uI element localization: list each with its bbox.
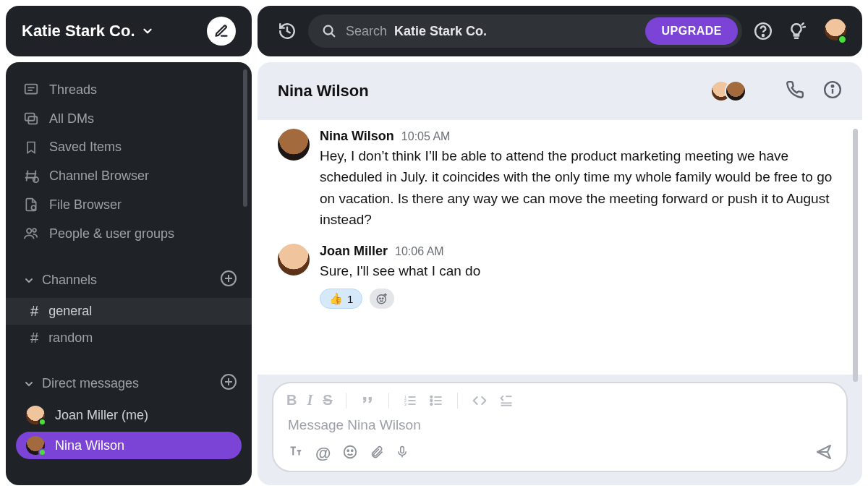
- message-text: Sure, I'll see what I can do: [320, 260, 842, 281]
- chevron-down-icon: [141, 25, 154, 38]
- details-button[interactable]: [823, 80, 842, 102]
- reaction[interactable]: 👍1: [320, 289, 362, 309]
- dms-section-header[interactable]: Direct messages: [6, 366, 252, 401]
- add-dm-button[interactable]: [220, 373, 237, 394]
- search-placeholder: Search Katie Stark Co.: [346, 24, 487, 39]
- svg-point-38: [430, 396, 433, 398]
- sidebar-scrollbar[interactable]: [243, 69, 247, 207]
- avatar[interactable]: [278, 244, 310, 276]
- avatar: [26, 406, 45, 424]
- dm-name: Nina Wilson: [55, 438, 124, 453]
- svg-point-44: [344, 446, 357, 458]
- format-toolbar: B I S 123: [286, 392, 833, 409]
- pencil-icon: [214, 24, 229, 38]
- add-reaction-button[interactable]: [370, 289, 394, 309]
- profile-button[interactable]: [825, 19, 846, 43]
- svg-point-39: [430, 399, 433, 401]
- text-format-icon: [286, 444, 304, 460]
- nav-all-dms[interactable]: All DMs: [6, 104, 252, 133]
- message-sender[interactable]: Nina Wilson: [320, 129, 394, 144]
- nav-label: Channel Browser: [49, 168, 149, 184]
- help-button[interactable]: [754, 22, 773, 40]
- send-button[interactable]: [814, 443, 833, 464]
- nav-label: File Browser: [49, 197, 122, 213]
- channel-row[interactable]: # general: [6, 298, 252, 325]
- call-button[interactable]: [786, 80, 804, 102]
- topbar: Search Katie Stark Co. UPGRADE: [258, 6, 862, 56]
- nav-saved-items[interactable]: Saved Items: [6, 133, 252, 161]
- message-time: 10:06 AM: [395, 245, 444, 258]
- message: Nina Wilson 10:05 AM Hey, I don’t think …: [258, 123, 862, 238]
- italic-button[interactable]: I: [307, 392, 312, 409]
- people-icon: [23, 226, 39, 242]
- tips-button[interactable]: [787, 22, 806, 40]
- channels-section-header[interactable]: Channels: [6, 262, 252, 298]
- text-format-toggle[interactable]: [286, 444, 304, 463]
- nav-threads[interactable]: Threads: [6, 75, 252, 104]
- mention-button[interactable]: @: [315, 444, 331, 463]
- nav-label: All DMs: [49, 111, 94, 127]
- avatar: [26, 436, 45, 455]
- nav-people[interactable]: People & user groups: [6, 219, 252, 248]
- sidebar: Threads All DMs Saved Items Channel Brow…: [6, 62, 252, 485]
- compose-button[interactable]: [207, 17, 236, 46]
- add-emoji-icon: [375, 292, 388, 305]
- attach-button[interactable]: [370, 444, 384, 463]
- message-sender[interactable]: Joan Miller: [320, 244, 388, 259]
- quote-icon: [359, 393, 375, 408]
- emoji-icon: [342, 444, 358, 460]
- bullet-list-button[interactable]: [428, 393, 444, 408]
- svg-line-20: [803, 27, 805, 27]
- presence-indicator: [838, 35, 847, 44]
- quote-button[interactable]: [359, 393, 375, 408]
- history-icon: [278, 22, 297, 40]
- svg-point-40: [430, 403, 433, 405]
- nav-label: People & user groups: [49, 226, 174, 242]
- history-button[interactable]: [278, 22, 297, 40]
- nav-channel-browser[interactable]: Channel Browser: [6, 161, 252, 190]
- code-block-button[interactable]: [498, 393, 514, 408]
- reaction-emoji: 👍: [329, 292, 343, 305]
- search-bar[interactable]: Search Katie Stark Co. UPGRADE: [308, 14, 742, 48]
- conversation-scrollbar[interactable]: [853, 129, 858, 382]
- dm-row[interactable]: Joan Miller (me): [6, 401, 252, 429]
- info-icon: [823, 80, 842, 99]
- hash-icon: #: [30, 303, 38, 320]
- threads-icon: [23, 82, 39, 98]
- search-icon: [321, 23, 337, 39]
- composer-actions: @: [286, 443, 833, 464]
- dm-row[interactable]: Nina Wilson: [16, 432, 242, 459]
- channel-name: general: [48, 304, 92, 319]
- channel-name: random: [48, 330, 93, 346]
- record-audio-button[interactable]: [396, 444, 409, 463]
- upgrade-button[interactable]: UPGRADE: [645, 17, 738, 45]
- presence-indicator: [38, 418, 46, 426]
- emoji-button[interactable]: [342, 444, 358, 463]
- conversation-panel: Nina Wilson Nina Wilson 10:05 AM: [258, 62, 862, 485]
- channel-row[interactable]: # random: [6, 325, 252, 351]
- avatar[interactable]: [278, 129, 310, 161]
- message-text: Hey, I don’t think I’ll be able to atten…: [320, 145, 842, 231]
- code-block-icon: [498, 393, 514, 408]
- workspace-switcher[interactable]: Katie Stark Co.: [22, 22, 198, 40]
- messages-list: Nina Wilson 10:05 AM Hey, I don’t think …: [258, 120, 862, 375]
- section-label: Channels: [42, 273, 97, 288]
- add-channel-button[interactable]: [220, 270, 237, 291]
- code-button[interactable]: [471, 393, 488, 408]
- dm-name: Joan Miller (me): [55, 408, 148, 423]
- channel-browser-icon: [23, 168, 39, 184]
- message-composer: B I S 123: [272, 382, 848, 472]
- hash-icon: #: [30, 330, 38, 346]
- bold-button[interactable]: B: [286, 392, 297, 409]
- workspace-header: Katie Stark Co.: [6, 6, 252, 56]
- svg-text:3: 3: [404, 401, 406, 406]
- conversation-title[interactable]: Nina Wilson: [278, 82, 369, 101]
- conversation-header: Nina Wilson: [258, 62, 862, 120]
- member-avatars[interactable]: [710, 80, 746, 102]
- strikethrough-button[interactable]: S: [323, 392, 332, 409]
- message-input[interactable]: Message Nina Wilson: [288, 417, 833, 433]
- ordered-list-button[interactable]: 123: [402, 393, 418, 408]
- nav-file-browser[interactable]: File Browser: [6, 190, 252, 219]
- paperclip-icon: [370, 444, 384, 460]
- message: Joan Miller 10:06 AM Sure, I'll see what…: [258, 238, 862, 316]
